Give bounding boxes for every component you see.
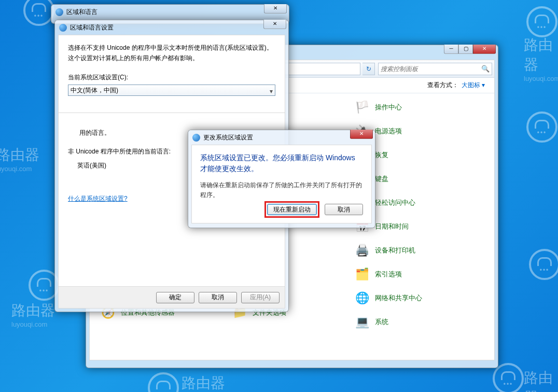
locale-select[interactable]: 中文(简体，中国) xyxy=(68,85,275,96)
cpanel-item[interactable]: 🖨️设备和打印机 xyxy=(354,239,484,262)
cpanel-item[interactable]: 🏳️操作中心 xyxy=(354,95,484,119)
search-icon: 🔍 xyxy=(481,65,490,73)
restart-highlight: 现在重新启动 xyxy=(264,201,319,218)
cpanel-item[interactable]: 🌐网络和共享中心 xyxy=(354,286,484,310)
bg-sub: luyouqi.com xyxy=(11,320,55,328)
cpanel-item-icon: 🌐 xyxy=(354,290,370,306)
bg-text: 路由器 xyxy=(524,37,553,73)
what-is-locale-link[interactable]: 什么是系统区域设置? xyxy=(68,193,128,205)
cpanel-item-label: 电源选项 xyxy=(375,127,402,136)
cancel-button[interactable]: 取消 xyxy=(199,292,237,303)
cpanel-item-icon: 🏳️ xyxy=(354,100,370,115)
cpanel-item-label: 索引选项 xyxy=(375,270,402,279)
cpanel-item-icon: 💻 xyxy=(354,314,370,330)
dlg3-titlebar[interactable]: 更改系统区域设置 ✕ xyxy=(188,130,375,145)
maximize-button[interactable]: ▢ xyxy=(458,45,473,54)
minimize-button[interactable]: ─ xyxy=(444,45,458,54)
locale-label: 当前系统区域设置(C): xyxy=(68,72,275,82)
cpanel-item-icon: 🖨️ xyxy=(354,243,370,258)
dlg2-titlebar[interactable]: 区域和语言设置 ✕ xyxy=(55,20,288,35)
cpanel-item-label: 设备和打印机 xyxy=(375,246,415,255)
restart-cancel-button[interactable]: 取消 xyxy=(325,204,363,215)
search-input[interactable] xyxy=(381,65,481,73)
cpanel-item[interactable]: 💻系统 xyxy=(354,310,484,334)
cpanel-item-label: 轻松访问中心 xyxy=(375,198,415,207)
cpanel-item-label: 恢复 xyxy=(375,150,388,160)
cpanel-item-label: 键盘 xyxy=(375,174,388,184)
cpanel-item-label: 系统 xyxy=(375,317,388,327)
viewmode-dropdown[interactable]: 大图标 ▾ xyxy=(462,81,485,90)
refresh-button[interactable]: ↻ xyxy=(362,63,375,75)
search-box[interactable]: 🔍 xyxy=(378,63,492,75)
dlg2-title: 区域和语言设置 xyxy=(70,23,114,32)
cpanel-item-label: 操作中心 xyxy=(375,103,402,112)
bg-text: 路由器 xyxy=(11,302,55,318)
dlg2-footer: 确定 取消 应用(A) xyxy=(59,286,285,308)
dlg2-close-button[interactable]: ✕ xyxy=(263,20,286,29)
cpanel-item-icon: 🗂️ xyxy=(354,267,370,282)
dlg1-titlebar[interactable]: 区域和语言 ✕ xyxy=(51,5,289,19)
globe-icon xyxy=(55,8,63,16)
dlg3-title: 更改系统区域设置 xyxy=(203,133,253,142)
dlg1-title: 区域和语言 xyxy=(66,8,97,17)
restart-prompt-dialog: 更改系统区域设置 ✕ 系统区域设置已更改。您必须重新启动 Windows 才能使… xyxy=(188,130,375,228)
bg-sub: luyouqi.com xyxy=(524,75,558,82)
dlg2-description: 选择在不支持 Unicode 的程序中显示文本时所使用的语言(系统区域设置)。这… xyxy=(68,43,275,64)
bg-sub: luyouqi.com xyxy=(0,165,39,173)
restart-body: 请确保在重新启动前保存了所做的工作并关闭了所有打开的程序。 xyxy=(200,180,363,201)
globe-icon xyxy=(192,134,200,142)
bg-text: 路由器 xyxy=(524,370,553,392)
dlg3-close-button[interactable]: ✕ xyxy=(350,130,373,139)
restart-now-button[interactable]: 现在重新启动 xyxy=(267,204,317,215)
globe-icon xyxy=(59,24,67,32)
cpanel-item-label: 日期和时间 xyxy=(375,222,409,231)
bg-text: 路由器 xyxy=(182,375,225,391)
ok-button[interactable]: 确定 xyxy=(156,292,194,303)
cpanel-item[interactable]: 🗂️索引选项 xyxy=(354,262,484,286)
bg-text: 路由器 xyxy=(0,147,39,163)
restart-headline: 系统区域设置已更改。您必须重新启动 Windows 才能使更改生效。 xyxy=(200,152,363,174)
cpanel-item-label: 网络和共享中心 xyxy=(375,293,422,303)
close-button[interactable]: ✕ xyxy=(473,45,496,54)
viewmode-label: 查看方式： xyxy=(427,81,458,90)
dlg1-close-button[interactable]: ✕ xyxy=(264,4,287,13)
apply-button[interactable]: 应用(A) xyxy=(241,292,280,303)
